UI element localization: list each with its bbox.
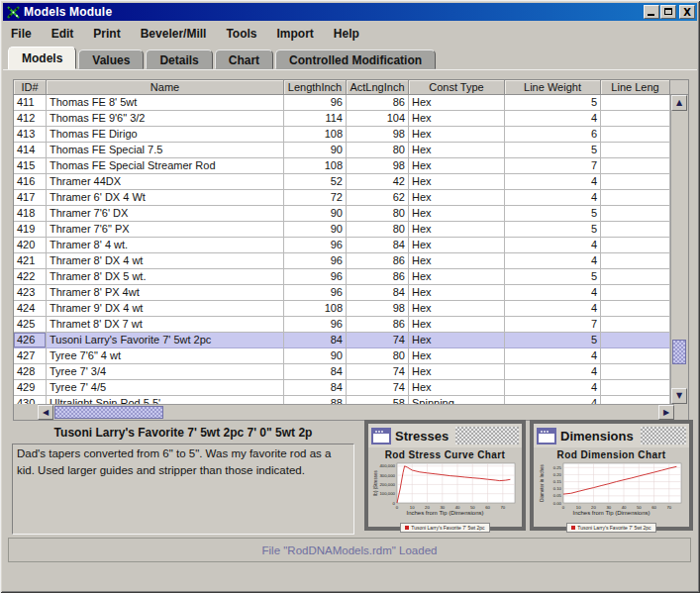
menu-item-help[interactable]: Help — [332, 25, 369, 43]
stresses-header[interactable]: Stresses — [368, 424, 522, 447]
table-row-422[interactable]: 422Thramer 8' DX 5 wt.9686Hex5 — [14, 269, 670, 285]
table-row-423[interactable]: 423Thramer 8' PX 4wt9684Hex4 — [14, 285, 670, 301]
column-header-id[interactable]: ID# — [14, 80, 47, 95]
cell-line-leng — [601, 222, 670, 238]
stresses-panel-title: Stresses — [395, 429, 449, 444]
cell-line-leng — [601, 206, 670, 222]
status-text: File "RodDNAModels.rdm" Loaded — [262, 544, 438, 556]
cell-line-weight: 4 — [505, 348, 601, 364]
close-button[interactable]: X — [679, 5, 695, 19]
table-row-418[interactable]: 418Thramer 7'6' DX9080Hex5 — [14, 206, 670, 222]
cell-line-leng — [601, 95, 670, 111]
cell-const-type: Hex — [409, 95, 505, 111]
cell-const-type: Hex — [409, 143, 505, 158]
table-row-421[interactable]: 421Thramer 8' DX 4 wt9686Hex4 — [14, 253, 670, 269]
cell-id: 417 — [14, 190, 47, 206]
table-row-428[interactable]: 428Tyree 7' 3/48474Hex4 — [14, 364, 670, 380]
maximize-button[interactable] — [660, 5, 676, 19]
cell-lengthinch: 52 — [284, 174, 347, 190]
horizontal-scroll-thumb[interactable] — [54, 406, 163, 419]
tab-chart[interactable]: Chart — [215, 49, 273, 69]
svg-text:0.05: 0.05 — [552, 493, 561, 498]
scroll-up-button[interactable]: ▲ — [671, 95, 687, 111]
stress-curve-chart: 0102030405060700100,000200,000300,000400… — [372, 460, 519, 512]
cell-line-weight: 5 — [505, 143, 601, 158]
tab-controlled-modification[interactable]: Controlled Modification — [275, 49, 436, 69]
menu-item-file[interactable]: File — [9, 25, 42, 43]
tab-strip: ModelsValuesDetailsChartControlled Modif… — [8, 47, 438, 69]
scroll-down-button[interactable]: ▼ — [671, 388, 687, 404]
menu-item-import[interactable]: Import — [275, 25, 324, 43]
column-header-name[interactable]: Name — [47, 80, 284, 95]
column-header-const-type[interactable]: Const Type — [409, 80, 505, 95]
menu-item-edit[interactable]: Edit — [50, 25, 84, 43]
cell-line-weight: 4 — [505, 364, 601, 380]
table-row-420[interactable]: 420Thramer 8' 4 wt.9684Hex4 — [14, 238, 670, 253]
table-row-426[interactable]: 426Tusoni Larry's Favorite 7' 5wt 2pc847… — [14, 333, 670, 348]
cell-id: 428 — [14, 364, 47, 380]
cell-id: 411 — [14, 95, 47, 111]
table-row-424[interactable]: 424Thramer 9' DX 4 wt10898Hex4 — [14, 301, 670, 317]
cell-line-weight: 5 — [505, 95, 601, 111]
cell-actlnginch: 86 — [347, 95, 409, 111]
table-row-416[interactable]: 416Thramer 44DX5242Hex4 — [14, 174, 670, 190]
column-header-line-leng[interactable]: Line Leng — [601, 80, 670, 95]
svg-text:0.15: 0.15 — [552, 479, 561, 484]
cell-line-weight: 7 — [505, 317, 601, 333]
cell-line-leng — [601, 364, 670, 380]
cell-actlnginch: 80 — [347, 348, 409, 364]
table-row-425[interactable]: 425Thramet 8' DX 7 wt9686Hex7 — [14, 317, 670, 333]
cell-const-type: Hex — [409, 190, 505, 206]
column-header-line-weight[interactable]: Line Weight — [505, 80, 601, 95]
vertical-scrollbar[interactable]: ▲ ▼ — [670, 95, 687, 404]
tab-details[interactable]: Details — [146, 49, 212, 69]
cell-name: Thramet 8' DX 7 wt — [47, 317, 284, 333]
window-frame-icon — [371, 428, 391, 445]
minimize-button[interactable] — [644, 5, 659, 19]
scroll-left-button[interactable]: ◀ — [38, 405, 53, 420]
cell-actlnginch: 98 — [347, 127, 409, 143]
titlebar[interactable]: Models Module X — [3, 3, 697, 21]
detail-panel: Tusoni Larry's Favorite 7' 5wt 2pc 7' 0"… — [8, 422, 358, 535]
column-header-lengthinch[interactable]: LengthInch — [284, 80, 347, 95]
table-header-row: ID#NameLengthInchActLngInchConst TypeLin… — [14, 80, 670, 95]
menu-item-tools[interactable]: Tools — [224, 25, 266, 43]
cell-name: Thramer 44DX — [47, 174, 284, 190]
table-row-430[interactable]: 430Ultralight Spin Rod 5.5'8858Spinning4 — [14, 396, 670, 404]
tab-values[interactable]: Values — [78, 49, 144, 69]
cell-const-type: Hex — [409, 269, 505, 285]
window: Models Module X FileEditPrintBeveler/Mil… — [0, 0, 700, 593]
column-header-actlnginch[interactable]: ActLngInch — [347, 80, 409, 95]
vertical-scroll-thumb[interactable] — [672, 340, 686, 364]
table-row-413[interactable]: 413Thomas FE Dirigo10898Hex6 — [14, 127, 670, 143]
table-row-412[interactable]: 412Thomas FE 9'6" 3/2114104Hex4 — [14, 111, 670, 127]
model-description-field[interactable]: Dad's tapers converted from 6" to 5". Wa… — [12, 444, 354, 535]
tab-models[interactable]: Models — [8, 47, 76, 69]
menu-item-print[interactable]: Print — [91, 25, 130, 43]
table-row-417[interactable]: 417Thramer 6' DX 4 Wt7262Hex4 — [14, 190, 670, 206]
cell-name: Tyree 7' 4/5 — [47, 380, 284, 396]
cell-actlnginch: 74 — [347, 333, 409, 348]
cell-line-weight: 4 — [505, 301, 601, 317]
table-viewport[interactable]: 411Thomas FE 8' 5wt9686Hex5412Thomas FE … — [14, 95, 670, 404]
cell-const-type: Hex — [409, 285, 505, 301]
cell-const-type: Hex — [409, 333, 505, 348]
cell-lengthinch: 88 — [284, 396, 347, 404]
table-row-427[interactable]: 427Tyree 7'6" 4 wt9080Hex4 — [14, 348, 670, 364]
menu-item-beveler-mill[interactable]: Beveler/Mill — [139, 25, 217, 43]
cell-line-weight: 4 — [505, 253, 601, 269]
table-row-411[interactable]: 411Thomas FE 8' 5wt9686Hex5 — [14, 95, 670, 111]
svg-text:Diameter in Inches: Diameter in Inches — [540, 463, 545, 501]
svg-text:100,000: 100,000 — [379, 491, 395, 496]
table-row-429[interactable]: 429Tyree 7' 4/58474Hex4 — [14, 380, 670, 396]
cell-lengthinch: 84 — [284, 333, 347, 348]
table-row-414[interactable]: 414Thomas FE Special 7.59080Hex5 — [14, 143, 670, 158]
dimensions-header[interactable]: Dimensions — [534, 424, 689, 447]
horizontal-scrollbar[interactable]: ◀ ▶ — [38, 404, 674, 420]
table-row-415[interactable]: 415Thomas FE Special Streamer Rod10898He… — [14, 158, 670, 174]
cell-line-weight: 4 — [505, 190, 601, 206]
cell-name: Thramer 7'6" PX — [47, 222, 284, 238]
scroll-right-button[interactable]: ▶ — [658, 405, 674, 420]
table-row-419[interactable]: 419Thramer 7'6" PX9080Hex5 — [14, 222, 670, 238]
cell-actlnginch: 80 — [347, 143, 409, 158]
